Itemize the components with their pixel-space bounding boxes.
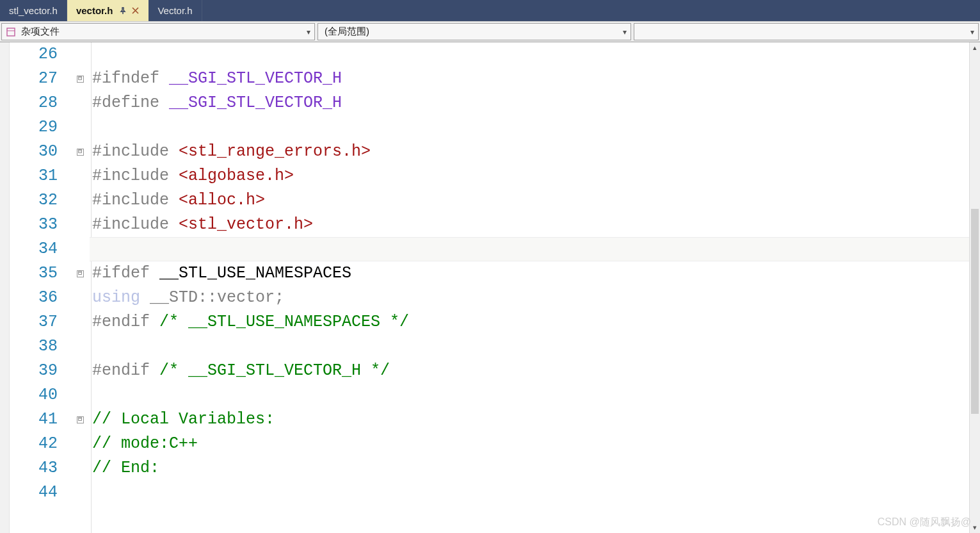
code-line[interactable] [90, 383, 980, 407]
line-number: 33 [10, 213, 58, 237]
line-number: 27 [10, 67, 58, 91]
tab-vector-h-active[interactable]: vector.h [67, 0, 149, 21]
editor: 26 27 28 29 30 31 32 33 34 35 36 37 38 3… [0, 42, 980, 533]
fold-toggle-icon[interactable]: ⊟ [77, 76, 84, 83]
vertical-scrollbar[interactable]: ▴ ▾ [969, 42, 980, 533]
line-number: 43 [10, 456, 58, 480]
line-number: 36 [10, 286, 58, 310]
pin-icon[interactable] [119, 7, 127, 15]
code-line[interactable] [90, 480, 980, 505]
code-line[interactable]: #endif /* __STL_USE_NAMESPACES */ [90, 310, 980, 334]
fold-toggle-icon[interactable]: ⊟ [77, 416, 84, 423]
code-line[interactable]: #include <stl_vector.h> [90, 213, 980, 237]
line-number: 32 [10, 188, 58, 213]
line-number: 30 [10, 140, 58, 164]
scroll-down-icon[interactable]: ▾ [970, 522, 980, 533]
code-line[interactable]: // End: [90, 456, 980, 480]
tab-label: vector.h [76, 5, 113, 16]
tab-vector-h-2[interactable]: Vector.h [149, 0, 202, 21]
outlining-margin: ⊟ ⊟ ⊟ ⊟ [70, 42, 90, 533]
svg-rect-0 [7, 28, 15, 36]
current-line-highlight [90, 237, 970, 261]
line-number: 31 [10, 164, 58, 188]
line-number: 39 [10, 359, 58, 383]
line-number: 37 [10, 310, 58, 334]
member-scope-dropdown[interactable]: ▾ [634, 23, 979, 40]
code-line[interactable]: // mode:C++ [90, 432, 980, 456]
dropdown-text: 杂项文件 [20, 26, 303, 38]
indicator-margin [0, 42, 10, 533]
code-line[interactable] [90, 334, 980, 359]
tab-bar: stl_vector.h vector.h Vector.h [0, 0, 980, 22]
code-line[interactable]: // Local Variables: [90, 407, 980, 432]
code-line[interactable]: #include <algobase.h> [90, 164, 980, 188]
code-line[interactable]: #endif /* __SGI_STL_VECTOR_H */ [90, 359, 980, 383]
fold-toggle-icon[interactable]: ⊟ [77, 270, 84, 277]
line-number: 28 [10, 91, 58, 115]
tab-label: Vector.h [157, 5, 192, 16]
outlining-guide [91, 42, 92, 533]
scroll-up-icon[interactable]: ▴ [970, 42, 980, 53]
line-number: 40 [10, 383, 58, 407]
chevron-down-icon: ▾ [303, 28, 314, 37]
project-icon [4, 26, 17, 38]
tab-label: stl_vector.h [9, 5, 58, 16]
code-line[interactable]: using __STD::vector; [90, 286, 980, 310]
tab-stl-vector-h[interactable]: stl_vector.h [0, 0, 67, 21]
watermark-text: CSDN @随风飘扬@ [878, 516, 971, 529]
code-area[interactable]: #ifndef __SGI_STL_VECTOR_H #define __SGI… [90, 42, 980, 533]
line-number-gutter: 26 27 28 29 30 31 32 33 34 35 36 37 38 3… [10, 42, 70, 533]
line-number: 26 [10, 42, 58, 67]
line-number: 34 [10, 237, 58, 261]
line-number: 44 [10, 480, 58, 505]
code-line[interactable] [90, 42, 980, 67]
project-scope-dropdown[interactable]: 杂项文件 ▾ [1, 23, 315, 40]
chevron-down-icon: ▾ [967, 28, 978, 37]
fold-toggle-icon[interactable]: ⊟ [77, 149, 84, 156]
code-line[interactable]: #define __SGI_STL_VECTOR_H [90, 91, 980, 115]
line-number: 41 [10, 407, 58, 432]
scope-toolbar: 杂项文件 ▾ (全局范围) ▾ ▾ [0, 22, 980, 42]
code-line[interactable]: #include <stl_range_errors.h> [90, 140, 980, 164]
code-line[interactable]: #ifndef __SGI_STL_VECTOR_H [90, 67, 980, 91]
close-icon[interactable] [132, 7, 139, 14]
code-line[interactable] [90, 115, 980, 140]
line-number: 35 [10, 261, 58, 286]
code-line[interactable]: #include <alloc.h> [90, 188, 980, 213]
symbol-scope-dropdown[interactable]: (全局范围) ▾ [317, 23, 631, 40]
scroll-thumb[interactable] [971, 209, 979, 414]
chevron-down-icon: ▾ [619, 28, 631, 37]
dropdown-text: (全局范围) [318, 26, 619, 38]
code-line[interactable]: #ifdef __STL_USE_NAMESPACES [90, 261, 980, 286]
line-number: 38 [10, 334, 58, 359]
line-number: 42 [10, 432, 58, 456]
line-number: 29 [10, 115, 58, 140]
